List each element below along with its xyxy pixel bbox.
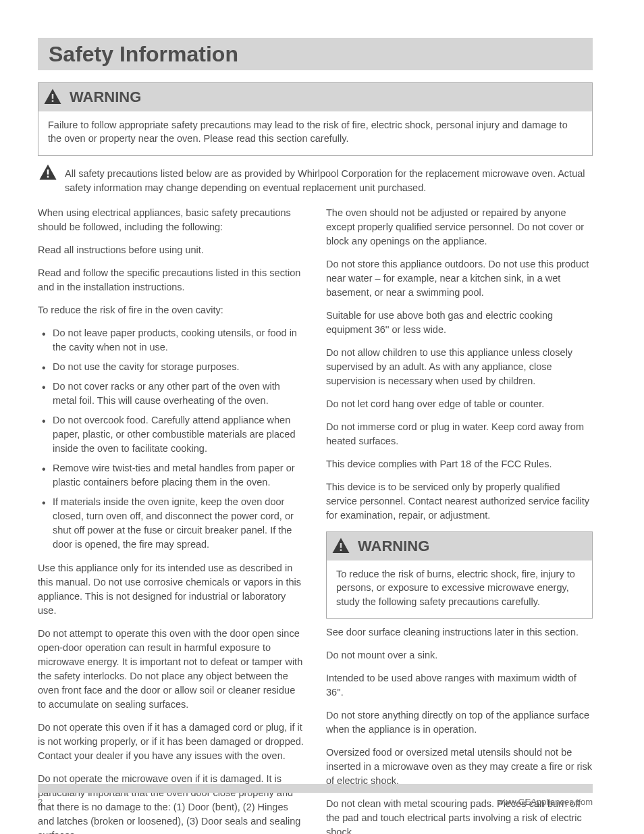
body-text: To reduce the risk of fire in the oven c… [38,303,304,317]
list-item: If materials inside the oven ignite, kee… [38,495,304,552]
list-item: Do not overcook food. Carefully attend a… [38,413,304,456]
body-text: The oven should not be adjusted or repai… [326,206,593,249]
body-text: Suitable for use above both gas and elec… [326,309,593,337]
content-columns: When using electrical appliances, basic … [38,206,593,834]
list-item: Do not use the cavity for storage purpos… [38,360,304,374]
body-text: Do not allow children to use this applia… [326,346,593,388]
footer-row: 2 www.GEAppliances.com [38,797,593,807]
svg-rect-3 [47,176,49,178]
body-text: Do not store this appliance outdoors. Do… [326,257,593,300]
body-text: Do not mount over a sink. [326,648,593,662]
body-text: Oversized food or oversized metal utensi… [326,746,593,788]
body-text: Do not attempt to operate this oven with… [38,627,304,712]
warning-label: WARNING [358,538,429,555]
svg-rect-4 [340,543,342,548]
bullet-list: Do not leave paper products, cooking ute… [38,326,304,552]
svg-rect-5 [340,549,342,551]
left-column: When using electrical appliances, basic … [38,206,304,834]
alert-icon [38,163,58,183]
alert-icon [43,87,63,107]
page-title: Safety Information [49,42,238,67]
body-text: When using electrical appliances, basic … [38,206,304,234]
page-title-bar: Safety Information [38,38,593,70]
inline-warning: All safety precautions listed below are … [38,163,593,195]
body-text: Do not let cord hang over edge of table … [326,397,593,411]
list-item: Remove wire twist-ties and metal handles… [38,461,304,490]
svg-rect-2 [47,170,49,175]
svg-rect-0 [52,94,54,99]
footer-url: www.GEAppliances.com [497,797,593,807]
body-text: This device is to be serviced only by pr… [326,480,593,523]
warning-label: WARNING [70,88,141,106]
body-text: Do not store anything directly on top of… [326,708,593,737]
top-warning-header: WARNING [38,83,592,111]
footer-bar [38,784,593,793]
right-warning-header: WARNING [327,532,592,561]
top-warning-body: Failure to follow appropriate safety pre… [38,111,592,155]
list-item: Do not leave paper products, cooking ute… [38,326,304,355]
body-text: Intended to be used above ranges with ma… [326,671,593,700]
right-column: The oven should not be adjusted or repai… [326,206,593,834]
inline-warning-text: All safety precautions listed below are … [65,167,593,195]
body-text: See door surface cleaning instructions l… [326,625,593,640]
body-text: This device complies with Part 18 of the… [326,457,593,471]
right-warning-box: WARNING To reduce the risk of burns, ele… [326,531,593,619]
svg-rect-1 [52,100,54,102]
page-footer: 2 www.GEAppliances.com [38,784,593,807]
list-item: Do not cover racks or any other part of … [38,380,304,408]
alert-icon [331,536,351,556]
body-text: Use this appliance only for its intended… [38,561,304,618]
top-warning-box: WARNING Failure to follow appropriate sa… [38,82,593,156]
body-text: Read all instructions before using unit. [38,243,304,257]
body-text: Do not immerse cord or plug in water. Ke… [326,420,593,448]
page-number: 2 [38,797,43,807]
body-text: Do not operate this oven if it has a dam… [38,721,304,763]
right-warning-body: To reduce the risk of burns, electric sh… [327,561,592,618]
body-text: Read and follow the specific precautions… [38,266,304,294]
